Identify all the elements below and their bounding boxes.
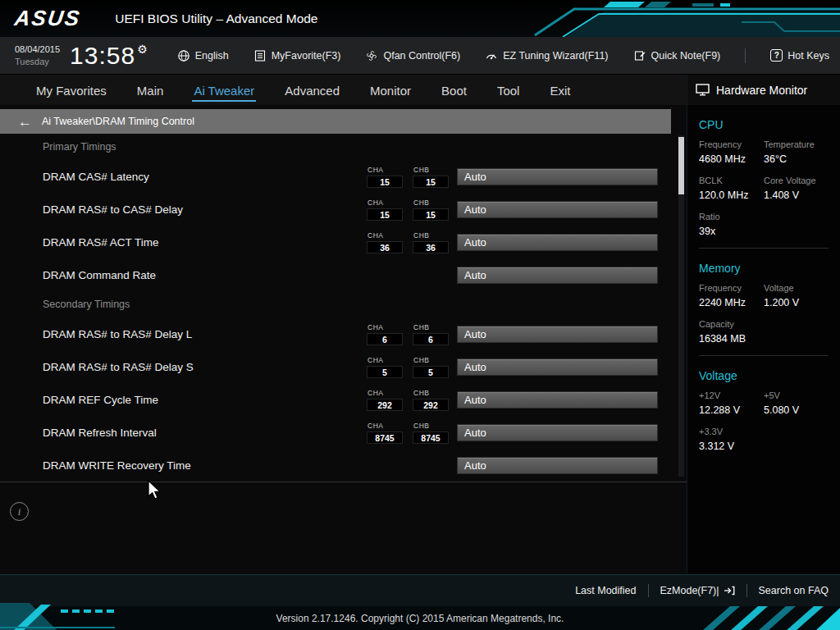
footer-separator: [746, 584, 747, 597]
setting-dropdown[interactable]: Auto: [457, 391, 658, 409]
quick-note-label: Quick Note(F9): [651, 50, 721, 62]
hm-row: +12V12.288 V +5V5.080 V: [699, 390, 829, 416]
date-block: 08/04/2015 Tuesday: [15, 43, 60, 67]
dropdown-value: Auto: [464, 328, 486, 340]
main-content: ← Ai Tweaker\DRAM Timing Control Primary…: [0, 105, 687, 574]
setting-dropdown[interactable]: Auto: [457, 457, 658, 474]
info-icon: i: [10, 502, 29, 521]
ez-tuning-wizard-label: EZ Tuning Wizard(F11): [503, 50, 608, 62]
qfan-control-label: Qfan Control(F6): [383, 50, 460, 62]
tab-monitor[interactable]: Monitor: [368, 79, 413, 102]
page-title: UEFI BIOS Utility – Advanced Mode: [115, 11, 317, 26]
gear-icon[interactable]: ⚙: [137, 43, 148, 56]
myfavorite-label: MyFavorite(F3): [272, 50, 341, 62]
breadcrumb: ← Ai Tweaker\DRAM Timing Control: [0, 109, 671, 134]
memory-voltage-value: 1.200 V: [764, 297, 829, 308]
cpu-bclk-label: BCLK: [699, 176, 764, 185]
tab-boot[interactable]: Boot: [440, 79, 468, 102]
cpu-temperature-value: 36°C: [764, 153, 829, 165]
setting-label: DRAM Refresh Interval: [43, 427, 367, 439]
ez-tuning-icon: [485, 49, 498, 62]
setting-dropdown[interactable]: Auto: [457, 326, 658, 343]
qfan-icon: [365, 49, 378, 62]
channel-values: CHA8745 CHB8745: [367, 422, 449, 444]
cha-header: CHA: [367, 231, 403, 241]
hardware-monitor-body: CPU Frequency4680 MHz Temperature36°C BC…: [687, 118, 840, 452]
cha-header: CHA: [367, 199, 403, 208]
tab-advanced[interactable]: Advanced: [283, 79, 341, 102]
ez-tuning-wizard-button[interactable]: EZ Tuning Wizard(F11): [485, 49, 608, 62]
hm-row: Frequency4680 MHz Temperature36°C: [699, 139, 829, 165]
setting-row: DRAM Command Rate Auto: [0, 258, 687, 291]
breadcrumb-label: Ai Tweaker\DRAM Timing Control: [42, 116, 194, 127]
last-modified-button[interactable]: Last Modified: [575, 585, 636, 596]
tab-exit[interactable]: Exit: [548, 79, 572, 102]
hm-row: Capacity16384 MB: [699, 319, 829, 345]
scrollbar-thumb[interactable]: [678, 137, 684, 194]
dropdown-value: Auto: [464, 203, 486, 216]
setting-dropdown[interactable]: Auto: [457, 424, 658, 441]
cha-value: 8745: [367, 431, 403, 444]
ezmode-button[interactable]: EzMode(F7)|: [660, 585, 735, 596]
hot-keys-button[interactable]: ? Hot Keys: [770, 49, 829, 62]
voltage-section-title: Voltage: [699, 369, 829, 382]
dropdown-value: Auto: [464, 394, 486, 406]
setting-dropdown[interactable]: Auto: [457, 267, 658, 284]
chb-value: 36: [413, 241, 449, 253]
hardware-monitor-header: Hardware Monitor: [687, 75, 840, 105]
dropdown-value: Auto: [464, 427, 486, 439]
tab-main[interactable]: Main: [135, 79, 166, 102]
chb-value: 6: [413, 333, 449, 345]
setting-row: DRAM RAS# to RAS# Delay S CHA5 CHB5 Auto: [0, 350, 687, 383]
chb-header: CHB: [413, 166, 449, 176]
language-button[interactable]: English: [177, 49, 229, 62]
setting-row: DRAM RAS# to CAS# Delay CHA15 CHB15 Auto: [0, 193, 687, 226]
cha-header: CHA: [367, 356, 403, 366]
tab-my-favorites[interactable]: My Favorites: [34, 79, 108, 102]
channel-values: CHA6 CHB6: [367, 323, 449, 345]
hm-row: Frequency2240 MHz Voltage1.200 V: [699, 283, 829, 308]
language-label: English: [195, 50, 229, 62]
setting-row: DRAM RAS# to RAS# Delay L CHA6 CHB6 Auto: [0, 317, 687, 350]
setting-label: DRAM RAS# to RAS# Delay S: [43, 361, 367, 373]
cpu-temperature-label: Temperature: [764, 139, 829, 149]
setting-dropdown[interactable]: Auto: [457, 168, 658, 185]
cha-value: 6: [367, 333, 403, 345]
qfan-control-button[interactable]: Qfan Control(F6): [365, 49, 460, 62]
date-text: 08/04/2015: [15, 43, 60, 55]
setting-dropdown[interactable]: Auto: [457, 234, 658, 251]
dropdown-value: Auto: [464, 171, 486, 183]
back-arrow-icon[interactable]: ←: [18, 115, 32, 129]
setting-row: DRAM WRITE Recovery Time Auto: [0, 449, 687, 482]
cha-value: 36: [367, 241, 403, 253]
setting-label: DRAM RAS# to RAS# Delay L: [43, 328, 367, 340]
chb-header: CHB: [413, 356, 449, 366]
chb-value: 15: [413, 208, 449, 221]
cpu-ratio-value: 39x: [699, 226, 764, 237]
tab-ai-tweaker[interactable]: Ai Tweaker: [192, 79, 256, 102]
divider: [699, 355, 829, 356]
setting-label: DRAM CAS# Latency: [43, 171, 367, 183]
scrollbar[interactable]: [678, 135, 684, 477]
myfavorite-button[interactable]: MyFavorite(F3): [253, 49, 341, 62]
footer-separator: [648, 584, 649, 597]
dropdown-value: Auto: [464, 361, 486, 373]
chb-header: CHB: [413, 389, 449, 399]
settings-list: Primary Timings DRAM CAS# Latency CHA15 …: [0, 134, 687, 482]
setting-dropdown[interactable]: Auto: [457, 358, 658, 376]
cha-header: CHA: [367, 166, 403, 176]
cha-value: 292: [367, 399, 403, 411]
top-bar: ASUS UEFI BIOS Utility – Advanced Mode: [0, 0, 840, 37]
memory-frequency-value: 2240 MHz: [699, 297, 764, 308]
voltage-5v-value: 5.080 V: [764, 404, 829, 416]
cha-value: 15: [367, 208, 403, 221]
quick-note-button[interactable]: Quick Note(F9): [633, 49, 721, 62]
setting-dropdown[interactable]: Auto: [457, 201, 658, 218]
channel-values: CHA15 CHB15: [367, 199, 449, 221]
setting-label: DRAM RAS# to CAS# Delay: [43, 203, 367, 216]
search-on-faq-button[interactable]: Search on FAQ: [759, 585, 829, 596]
monitor-icon: [696, 84, 710, 96]
footer-links: Last Modified EzMode(F7)| Search on FAQ: [0, 575, 840, 606]
cha-header: CHA: [367, 389, 403, 399]
tab-tool[interactable]: Tool: [495, 79, 522, 102]
